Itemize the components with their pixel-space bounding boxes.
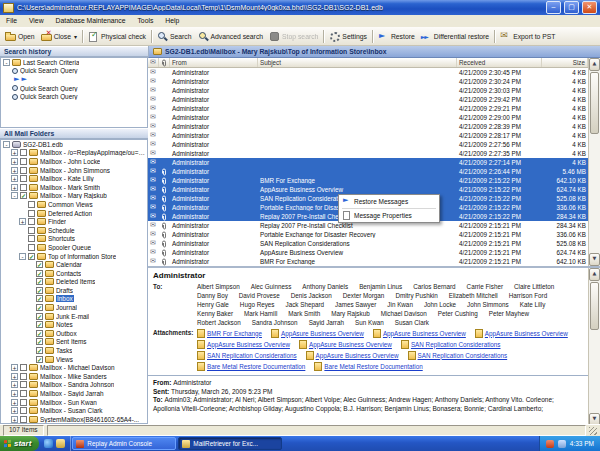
folder-item-mailbox-john-simmons[interactable]: +Mailbox - John Simmons xyxy=(1,166,147,175)
taskbar-button-replay-admin-console[interactable]: Replay Admin Console xyxy=(72,437,176,450)
folder-checkbox[interactable] xyxy=(20,175,27,182)
taskbar-button-mailretriever-for-exc[interactable]: MailRetriever for Exc... xyxy=(178,437,282,450)
search-query-item[interactable]: Quick Search Query xyxy=(1,67,147,76)
folder-checkbox[interactable]: ✓ xyxy=(36,278,43,285)
folder-checkbox[interactable] xyxy=(20,407,27,414)
resize-grip[interactable] xyxy=(589,427,597,435)
message-row[interactable]: ✉AdministratorBMR For Exchange4/21/2009 … xyxy=(148,257,588,266)
folder-checkbox[interactable] xyxy=(20,381,27,388)
received-column-header[interactable]: Received xyxy=(457,58,542,67)
folder-checkbox[interactable] xyxy=(20,364,27,371)
expand-toggle-icon[interactable]: - xyxy=(19,253,26,260)
run-query-icon[interactable]: ► xyxy=(21,75,26,83)
message-row[interactable]: ✉Administrator4/21/2009 2:29:00 PM4 KB xyxy=(148,113,588,122)
importance-column-header[interactable]: ✉ xyxy=(148,58,159,67)
folder-item-spooler-queue[interactable]: Spooler Queue xyxy=(1,243,147,252)
scroll-down-icon[interactable]: ▼ xyxy=(589,253,600,266)
expand-toggle-icon[interactable]: + xyxy=(11,149,18,156)
expand-toggle-icon[interactable]: + xyxy=(11,407,18,414)
folder-item-contacts[interactable]: ✓Contacts xyxy=(1,269,147,278)
open-button[interactable]: Open xyxy=(2,30,38,42)
attachment-link[interactable]: SAN Replication Considerations xyxy=(418,352,508,360)
folder-checkbox[interactable]: ✓ xyxy=(36,338,43,345)
message-row[interactable]: ✉Administrator4/21/2009 2:28:39 PM4 KB xyxy=(148,122,588,131)
folder-item-mailbox-michael-davison[interactable]: +Mailbox - Michael Davison xyxy=(1,363,147,372)
size-column-header[interactable]: Size xyxy=(542,58,588,67)
message-row[interactable]: ✉AdministratorSAN Replication Considerat… xyxy=(148,239,588,248)
folder-item-schedule[interactable]: Schedule xyxy=(1,226,147,235)
expand-toggle-icon[interactable]: + xyxy=(11,373,18,380)
folder-item-views[interactable]: ✓Views xyxy=(1,355,147,364)
folder-checkbox[interactable]: ✓ xyxy=(36,304,43,311)
attachment-link[interactable]: AppAsure Business Overview xyxy=(309,341,392,349)
search-query-item[interactable]: Quick Search Query xyxy=(1,92,147,101)
message-row[interactable]: ✉Administrator4/21/2009 2:30:03 PM4 KB xyxy=(148,86,588,95)
expand-toggle-icon[interactable]: + xyxy=(11,381,18,388)
expand-toggle-icon[interactable]: + xyxy=(11,184,18,191)
folder-item-mailbox-mike-sanders[interactable]: +Mailbox - Mike Sanders xyxy=(1,372,147,381)
expand-toggle-icon[interactable]: + xyxy=(11,175,18,182)
maximize-button[interactable]: ▢ xyxy=(564,1,579,14)
context-menu-item-message-properties[interactable]: Message Properties xyxy=(340,210,438,221)
context-menu-item-restore-messages[interactable]: Restore Messages xyxy=(340,196,438,207)
search-root-item[interactable]: -Last Search Criteria xyxy=(1,58,147,67)
menu-item-help[interactable]: Help xyxy=(159,15,185,27)
run-query-icon[interactable]: ► xyxy=(14,75,19,83)
folder-item-deleted-items[interactable]: ✓Deleted Items xyxy=(1,278,147,287)
folder-item-sg2-db1-edb[interactable]: -SG2-DB1.edb xyxy=(1,140,147,149)
attachment-link[interactable]: SAN Replication Considerations xyxy=(207,352,297,360)
menu-item-tools[interactable]: Tools xyxy=(131,15,159,27)
advanced-search-button[interactable]: Advanced search xyxy=(195,30,267,42)
tray-volume-icon[interactable] xyxy=(558,440,566,448)
message-row[interactable]: ✉Administrator4/21/2009 2:26:44 PM5.46 M… xyxy=(148,167,588,176)
folder-checkbox[interactable] xyxy=(28,244,35,251)
message-row[interactable]: ✉AdministratorAppAsure Business Overview… xyxy=(148,248,588,257)
subject-column-header[interactable]: Subject xyxy=(258,58,457,67)
message-row[interactable]: ✉Administrator4/21/2009 2:30:45 PM4 KB xyxy=(148,68,588,77)
attachment-link[interactable]: AppAsure Business Overview xyxy=(316,352,399,360)
folder-checkbox[interactable] xyxy=(20,158,27,165)
folder-checkbox[interactable] xyxy=(20,373,27,380)
scroll-down-icon[interactable]: ▼ xyxy=(589,413,600,424)
folder-item-mailbox-o-replayappimage-ou-excha[interactable]: +Mailbox - /o=ReplayAppImage/ou=Excha xyxy=(1,149,147,158)
minimize-button[interactable]: – xyxy=(546,1,561,14)
folder-item-mailbox-sun-kwan[interactable]: +Mailbox - Sun Kwan xyxy=(1,398,147,407)
chevron-down-icon[interactable]: ▾ xyxy=(74,33,77,40)
folder-item-top-of-information-store[interactable]: -✓Top of Information Store xyxy=(1,252,147,261)
folder-checkbox[interactable]: ✓ xyxy=(36,287,43,294)
menu-item-file[interactable]: File xyxy=(0,15,23,27)
folder-item-mailbox-sandra-johnson[interactable]: +Mailbox - Sandra Johnson xyxy=(1,381,147,390)
folder-item-common-views[interactable]: Common Views xyxy=(1,200,147,209)
folder-item-shortcuts[interactable]: Shortcuts xyxy=(1,235,147,244)
folder-checkbox[interactable] xyxy=(20,390,27,397)
scroll-up-icon[interactable]: ▲ xyxy=(589,58,600,71)
message-row[interactable]: ✉AdministratorPortable Exchange for Disa… xyxy=(148,230,588,239)
expand-toggle-icon[interactable]: - xyxy=(11,192,18,199)
physical-check-button[interactable]: Physical check xyxy=(85,30,149,42)
folder-checkbox[interactable]: ✓ xyxy=(36,330,43,337)
expand-toggle-icon[interactable]: + xyxy=(11,416,18,423)
folder-checkbox[interactable]: ✓ xyxy=(36,270,43,277)
folder-checkbox[interactable] xyxy=(20,184,27,191)
message-row[interactable]: ✉AdministratorAppAsure Business Overview… xyxy=(148,185,588,194)
from-column-header[interactable]: From xyxy=(170,58,258,67)
start-button[interactable]: start xyxy=(0,436,39,451)
expand-toggle-icon[interactable]: + xyxy=(11,399,18,406)
close-button[interactable]: Close▾ xyxy=(38,30,80,42)
menu-item-view[interactable]: View xyxy=(23,15,50,27)
folder-checkbox[interactable]: ✓ xyxy=(20,192,27,199)
preview-scrollbar[interactable]: ▲ ▼ xyxy=(588,268,600,424)
folder-checkbox[interactable] xyxy=(28,227,35,234)
restore-button[interactable]: Restore xyxy=(375,30,418,42)
tray-shield-icon[interactable] xyxy=(546,440,554,448)
folder-checkbox[interactable] xyxy=(28,235,35,242)
folder-checkbox[interactable]: ✓ xyxy=(36,321,43,328)
folder-item-outbox[interactable]: ✓Outbox xyxy=(1,329,147,338)
search-query-item[interactable]: Quick Search Query xyxy=(1,84,147,93)
message-list-scrollbar[interactable]: ▲ ▼ xyxy=(588,58,600,266)
message-row[interactable]: ✉Administrator4/21/2009 2:27:56 PM4 KB xyxy=(148,140,588,149)
attachment-column-header[interactable] xyxy=(159,58,170,67)
search-button[interactable]: Search xyxy=(154,30,195,42)
attachment-link[interactable]: AppAsure Business Overview xyxy=(485,330,568,338)
folder-checkbox[interactable]: ✓ xyxy=(28,253,35,260)
